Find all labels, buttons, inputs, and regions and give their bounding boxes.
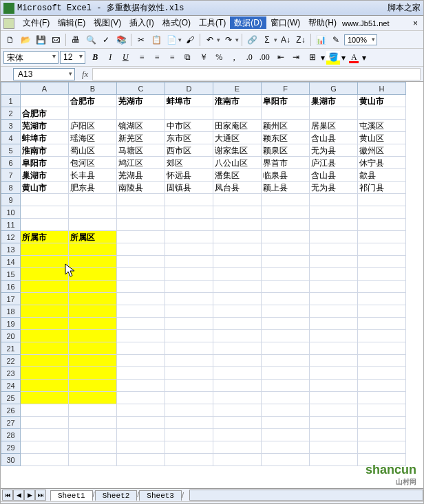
cell-F13[interactable] [262, 243, 310, 256]
cell-B5[interactable]: 蜀山区 [69, 144, 117, 157]
cell-C8[interactable]: 南陵县 [117, 182, 165, 194]
cell-B28[interactable] [69, 429, 117, 441]
cell-F17[interactable] [262, 293, 310, 305]
row-header-25[interactable]: 25 [1, 392, 21, 404]
merge-button[interactable]: ⧉ [180, 51, 194, 65]
row-header-26[interactable]: 26 [1, 404, 21, 417]
cell-G9[interactable] [310, 194, 358, 206]
row-header-29[interactable]: 29 [1, 441, 21, 454]
cell-G12[interactable] [310, 231, 358, 243]
menu-item-1[interactable]: 编辑(E) [54, 17, 89, 29]
cell-G18[interactable] [310, 305, 358, 318]
cell-H17[interactable] [358, 293, 406, 305]
cell-B2[interactable] [69, 107, 117, 120]
cell-H10[interactable] [358, 206, 406, 219]
horizontal-scrollbar[interactable] [189, 490, 423, 501]
cell-E26[interactable] [213, 404, 262, 417]
cell-A11[interactable] [21, 219, 69, 231]
font-combo[interactable]: 宋体 [3, 51, 59, 64]
open-button[interactable]: 📂 [19, 33, 32, 47]
cell-D20[interactable] [165, 330, 213, 342]
cell-F8[interactable]: 颖上县 [262, 182, 310, 194]
cell-D4[interactable]: 东市区 [165, 132, 213, 144]
cell-H11[interactable] [358, 219, 406, 231]
formula-input[interactable] [92, 68, 421, 80]
cell-G23[interactable] [310, 367, 358, 380]
cell-H21[interactable] [358, 342, 406, 355]
cell-H9[interactable] [358, 194, 406, 206]
cell-G29[interactable] [310, 441, 358, 454]
cell-B22[interactable] [69, 355, 117, 367]
hyperlink-button[interactable]: 🔗 [245, 33, 259, 47]
copy-button[interactable]: 📋 [149, 33, 163, 47]
cell-H1[interactable]: 黄山市 [358, 95, 406, 107]
cell-E24[interactable] [213, 380, 262, 392]
row-header-2[interactable]: 2 [1, 107, 21, 120]
cell-C25[interactable] [117, 392, 165, 404]
cell-E25[interactable] [213, 392, 262, 404]
cell-E12[interactable] [213, 231, 262, 243]
cell-B17[interactable] [69, 293, 117, 305]
cell-C9[interactable] [117, 194, 165, 206]
menu-item-8[interactable]: 帮助(H) [304, 17, 341, 29]
cell-C3[interactable]: 镜湖区 [117, 120, 165, 132]
sort-desc-button[interactable]: Z↓ [294, 33, 308, 47]
cell-A21[interactable] [21, 342, 69, 355]
cell-F3[interactable]: 颖州区 [262, 120, 310, 132]
cell-C6[interactable]: 鸠江区 [117, 157, 165, 169]
align-right-button[interactable]: ≡ [165, 51, 179, 65]
cell-D7[interactable]: 怀远县 [165, 169, 213, 182]
cell-H23[interactable] [358, 367, 406, 380]
menu-item-3[interactable]: 插入(I) [125, 17, 158, 29]
cell-F28[interactable] [262, 429, 310, 441]
cell-F1[interactable]: 阜阳市 [262, 95, 310, 107]
research-button[interactable]: 📚 [114, 33, 128, 47]
cell-H12[interactable] [358, 231, 406, 243]
cell-D24[interactable] [165, 380, 213, 392]
row-header-18[interactable]: 18 [1, 305, 21, 318]
underline-button[interactable]: U [118, 51, 132, 65]
cell-D30[interactable] [165, 454, 213, 466]
cell-H27[interactable] [358, 417, 406, 429]
cell-D25[interactable] [165, 392, 213, 404]
row-header-6[interactable]: 6 [1, 157, 21, 169]
row-header-12[interactable]: 12 [1, 231, 21, 243]
row-header-5[interactable]: 5 [1, 144, 21, 157]
cell-A28[interactable] [21, 429, 69, 441]
cell-A24[interactable] [21, 380, 69, 392]
cell-H19[interactable] [358, 318, 406, 330]
cell-A27[interactable] [21, 417, 69, 429]
cell-C18[interactable] [117, 305, 165, 318]
cell-H25[interactable] [358, 392, 406, 404]
cell-E7[interactable]: 潘集区 [213, 169, 262, 182]
cell-B19[interactable] [69, 318, 117, 330]
cell-A7[interactable]: 巢湖市 [21, 169, 69, 182]
cell-E10[interactable] [213, 206, 262, 219]
cell-C21[interactable] [117, 342, 165, 355]
cell-B8[interactable]: 肥东县 [69, 182, 117, 194]
cell-C10[interactable] [117, 206, 165, 219]
cell-C15[interactable] [117, 268, 165, 281]
cell-G1[interactable]: 巢湖市 [310, 95, 358, 107]
cell-A26[interactable] [21, 404, 69, 417]
cell-H22[interactable] [358, 355, 406, 367]
cell-G4[interactable]: 含山县 [310, 132, 358, 144]
cell-F18[interactable] [262, 305, 310, 318]
redo-button[interactable]: ↷ [222, 33, 235, 47]
cell-C24[interactable] [117, 380, 165, 392]
cell-A23[interactable] [21, 367, 69, 380]
cell-D10[interactable] [165, 206, 213, 219]
cell-E17[interactable] [213, 293, 262, 305]
row-header-23[interactable]: 23 [1, 367, 21, 380]
cell-H29[interactable] [358, 441, 406, 454]
cell-H6[interactable]: 休宁县 [358, 157, 406, 169]
cell-E23[interactable] [213, 367, 262, 380]
font-color-button[interactable]: A [347, 51, 361, 65]
row-header-20[interactable]: 20 [1, 330, 21, 342]
cell-G10[interactable] [310, 206, 358, 219]
row-header-30[interactable]: 30 [1, 454, 21, 466]
cell-B20[interactable] [69, 330, 117, 342]
cell-H16[interactable] [358, 281, 406, 293]
new-button[interactable]: 🗋 [3, 33, 17, 47]
sheet-tab-Sheet3[interactable]: Sheet3 [139, 490, 182, 501]
